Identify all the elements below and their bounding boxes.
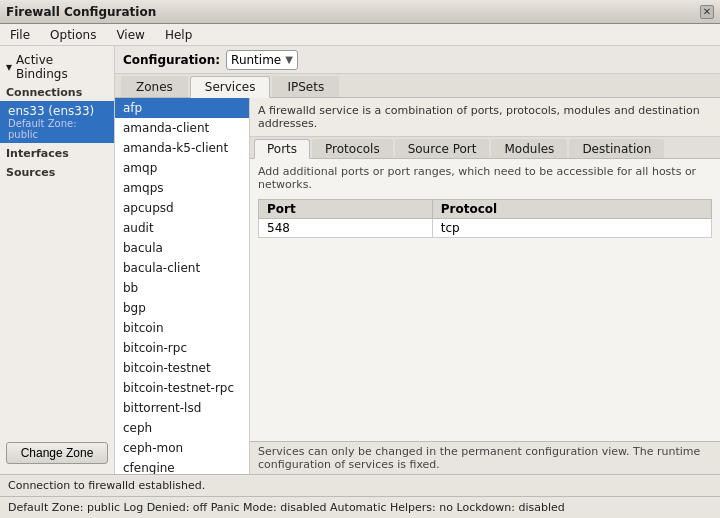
right-panel: A firewalld service is a combination of …	[250, 98, 720, 474]
sources-section-label: Sources	[0, 162, 114, 181]
sidebar-item-ens33[interactable]: ens33 (ens33) Default Zone: public	[0, 101, 114, 143]
sub-tab-ports[interactable]: Ports	[254, 139, 310, 159]
sidebar-item-ens33-zone: Default Zone: public	[8, 118, 106, 140]
sidebar-item-ens33-name: ens33 (ens33)	[8, 104, 106, 118]
port-cell: 548	[259, 219, 433, 238]
sub-tabs: Ports Protocols Source Port Modules Dest…	[250, 137, 720, 159]
ports-col-protocol: Protocol	[432, 200, 711, 219]
statusbar-connection: Connection to firewalld established.	[8, 479, 205, 492]
protocol-cell: tcp	[432, 219, 711, 238]
service-list-item[interactable]: amqps	[115, 178, 249, 198]
service-description: A firewalld service is a combination of …	[250, 98, 720, 137]
service-list-item[interactable]: apcupsd	[115, 198, 249, 218]
config-label: Configuration:	[123, 53, 220, 67]
service-list-item[interactable]: bitcoin-testnet-rpc	[115, 378, 249, 398]
main-tabs: Zones Services IPSets	[115, 74, 720, 98]
service-list-item[interactable]: cfengine	[115, 458, 249, 474]
menu-options[interactable]: Options	[44, 27, 102, 43]
service-list-item[interactable]: bitcoin-rpc	[115, 338, 249, 358]
main-container: ▾ Active Bindings Connections ens33 (ens…	[0, 46, 720, 474]
service-list-item[interactable]: bittorrent-lsd	[115, 398, 249, 418]
service-content: afpamanda-clientamanda-k5-clientamqpamqp…	[115, 98, 720, 474]
sub-tab-protocols[interactable]: Protocols	[312, 139, 393, 158]
tab-services[interactable]: Services	[190, 76, 271, 98]
config-value: Runtime	[231, 53, 281, 67]
service-list-item[interactable]: afp	[115, 98, 249, 118]
table-row: 548tcp	[259, 219, 712, 238]
sub-tab-modules[interactable]: Modules	[491, 139, 567, 158]
bottom-info: Services can only be changed in the perm…	[250, 441, 720, 474]
tab-zones[interactable]: Zones	[121, 76, 188, 97]
change-zone-button[interactable]: Change Zone	[6, 442, 108, 464]
statusbar-details: Default Zone: public Log Denied: off Pan…	[8, 501, 565, 514]
interfaces-section-label: Interfaces	[0, 143, 114, 162]
service-list-item[interactable]: ceph	[115, 418, 249, 438]
service-list-item[interactable]: bacula	[115, 238, 249, 258]
window-title: Firewall Configuration	[6, 5, 156, 19]
service-list-item[interactable]: audit	[115, 218, 249, 238]
service-list-item[interactable]: bacula-client	[115, 258, 249, 278]
service-list-item[interactable]: amanda-k5-client	[115, 138, 249, 158]
menu-help[interactable]: Help	[159, 27, 198, 43]
ports-panel: Add additional ports or port ranges, whi…	[250, 159, 720, 441]
menu-file[interactable]: File	[4, 27, 36, 43]
menu-view[interactable]: View	[110, 27, 150, 43]
sub-tab-destination[interactable]: Destination	[569, 139, 664, 158]
connections-section-label: Connections	[0, 84, 114, 101]
menubar: File Options View Help	[0, 24, 720, 46]
titlebar: Firewall Configuration ✕	[0, 0, 720, 24]
config-bar: Configuration: Runtime ▼	[115, 46, 720, 74]
dropdown-arrow-icon: ▼	[285, 54, 293, 65]
service-list-item[interactable]: bgp	[115, 298, 249, 318]
content-area: Configuration: Runtime ▼ Zones Services …	[115, 46, 720, 474]
ports-table: Port Protocol 548tcp	[258, 199, 712, 238]
tab-ipsets[interactable]: IPSets	[272, 76, 339, 97]
sub-tab-source-port[interactable]: Source Port	[395, 139, 490, 158]
service-list-item[interactable]: ceph-mon	[115, 438, 249, 458]
statusbar-line1: Connection to firewalld established.	[0, 474, 720, 496]
sidebar: ▾ Active Bindings Connections ens33 (ens…	[0, 46, 115, 474]
service-list-item[interactable]: bitcoin	[115, 318, 249, 338]
active-bindings-toggle[interactable]: ▾ Active Bindings	[0, 50, 114, 84]
config-dropdown[interactable]: Runtime ▼	[226, 50, 298, 70]
close-button[interactable]: ✕	[700, 5, 714, 19]
statusbar-line2: Default Zone: public Log Denied: off Pan…	[0, 496, 720, 518]
service-list-item[interactable]: amanda-client	[115, 118, 249, 138]
service-list-item[interactable]: amqp	[115, 158, 249, 178]
ports-col-port: Port	[259, 200, 433, 219]
active-bindings-label: Active Bindings	[16, 53, 108, 81]
service-list[interactable]: afpamanda-clientamanda-k5-clientamqpamqp…	[115, 98, 250, 474]
service-list-item[interactable]: bitcoin-testnet	[115, 358, 249, 378]
active-bindings-arrow-icon: ▾	[6, 60, 12, 74]
ports-hint: Add additional ports or port ranges, whi…	[258, 165, 712, 191]
service-list-item[interactable]: bb	[115, 278, 249, 298]
